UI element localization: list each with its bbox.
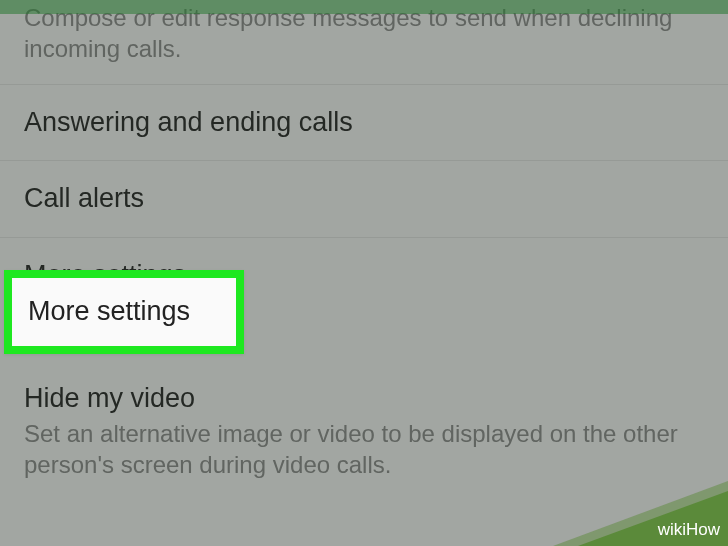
item-title: Answering and ending calls [24, 105, 704, 140]
watermark: wikiHow [658, 520, 720, 540]
highlight-label: More settings [28, 294, 190, 329]
list-item-hide-video[interactable]: Hide my video Set an alternative image o… [0, 361, 728, 500]
list-item-call-alerts[interactable]: Call alerts [0, 161, 728, 237]
list-item-quick-decline[interactable]: Compose or edit response messages to sen… [0, 2, 728, 85]
item-title: Hide my video [24, 381, 704, 416]
watermark-text: wikiHow [658, 520, 720, 540]
settings-list: Compose or edit response messages to sen… [0, 2, 728, 500]
highlight-more-settings[interactable]: More settings [4, 270, 244, 354]
item-description: Set an alternative image or video to be … [24, 418, 704, 480]
item-description: Compose or edit response messages to sen… [24, 2, 704, 64]
item-title: Call alerts [24, 181, 704, 216]
list-item-answering[interactable]: Answering and ending calls [0, 85, 728, 161]
